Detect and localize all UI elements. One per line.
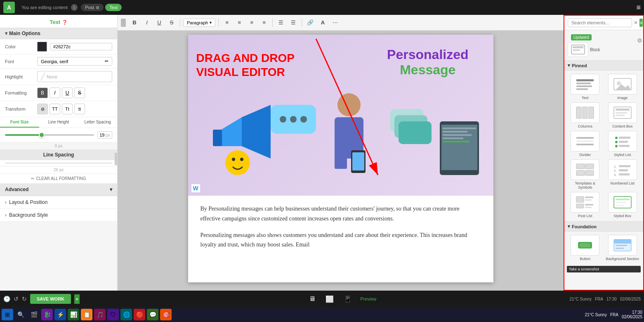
add-element-btn[interactable]: + <box>639 19 643 27</box>
settings-icon[interactable]: ⚙ <box>637 37 642 44</box>
font-field[interactable]: Georgia, serif ✏ <box>37 57 112 66</box>
element-image[interactable]: Image <box>605 74 640 100</box>
app-icon-8[interactable]: 🔴 <box>134 309 145 320</box>
panel-header: Text ❓ <box>0 15 117 28</box>
undo-icon[interactable]: ↺ <box>14 296 19 302</box>
task-view-btn[interactable]: 🎬 <box>28 309 40 320</box>
highlight-field[interactable]: ╱ None <box>37 71 112 82</box>
app-icon-7[interactable]: 🌐 <box>120 309 132 320</box>
align-right-btn[interactable]: ≡ <box>246 17 257 28</box>
postlist-element-icon <box>571 192 599 213</box>
toolbar-drag-handle[interactable] <box>121 19 126 27</box>
more-btn[interactable]: ⋯ <box>330 17 340 28</box>
app-icon-3[interactable]: 📊 <box>68 309 79 320</box>
app-icon-10[interactable]: 🎯 <box>160 309 172 320</box>
mobile-device-btn[interactable]: 📱 <box>342 294 354 305</box>
search-taskbar-btn[interactable]: 🔍 <box>15 309 26 320</box>
fontsize-slider-container: 19 px <box>0 128 117 142</box>
pinned-section-header[interactable]: ▾ Pinned <box>564 60 643 71</box>
main-content: Text ❓ ▾ Main Options Color #26272c Font… <box>0 15 644 291</box>
color-value[interactable]: #26272c <box>50 43 112 50</box>
divider-element-label: Divider <box>579 153 591 157</box>
element-numberedlist[interactable]: 1. 2. 3. Numbered List <box>605 159 640 189</box>
color-label: Color <box>5 44 34 49</box>
windows-start-btn[interactable]: ⊞ <box>2 309 13 320</box>
bottom-left: 🕐 ↺ ↻ SAVE WORK ▾ <box>0 294 118 304</box>
panel-help-icon[interactable]: ❓ <box>62 20 68 25</box>
italic-button[interactable]: I <box>50 88 60 98</box>
app-icon-5[interactable]: 🎵 <box>94 309 106 320</box>
menu-icon[interactable]: ≡ <box>636 3 641 12</box>
formatting-row: Formatting B I U S <box>0 85 117 101</box>
link-btn[interactable]: 🔗 <box>305 17 316 28</box>
foundation-section-header[interactable]: ▾ Foundation <box>564 221 643 232</box>
transform-lower-btn[interactable]: tt <box>74 104 85 114</box>
save-work-button[interactable]: SAVE WORK <box>30 294 71 304</box>
transform-upper-btn[interactable]: TT <box>50 104 60 114</box>
clear-formatting-btn[interactable]: ✂ CLEAR ALL FORMATTING <box>0 174 117 183</box>
app-icon-4[interactable]: 📋 <box>81 309 92 320</box>
paragraph-select[interactable]: Paragraph ▾ <box>183 19 215 27</box>
app-icon-1[interactable]: 🐉 <box>41 309 53 320</box>
layout-position-section[interactable]: › Layout & Position <box>0 196 117 209</box>
strike-button[interactable]: S <box>74 88 85 98</box>
preview-btn[interactable]: Preview <box>360 296 376 301</box>
list-ul-btn[interactable]: ☰ <box>276 17 286 28</box>
main-options-header[interactable]: ▾ Main Options <box>0 28 117 39</box>
element-contentbox[interactable]: Content Box <box>605 102 640 128</box>
element-postlist[interactable]: Post List <box>568 192 603 218</box>
fontsize-slider[interactable] <box>5 134 94 136</box>
app-icon-9[interactable]: 💬 <box>147 309 158 320</box>
element-columns[interactable]: Columns <box>568 102 603 128</box>
list-ol-btn[interactable]: ☰ <box>288 17 299 28</box>
tab-lineheight[interactable]: Line Height <box>39 117 78 128</box>
color-pick-btn[interactable]: A <box>317 17 328 28</box>
align-left-btn[interactable]: ≡ <box>222 17 232 28</box>
element-text[interactable]: Text <box>568 74 603 100</box>
element-styledlist[interactable]: Styled List <box>605 131 640 157</box>
taskbar-language: FRA <box>610 313 618 317</box>
align-center-btn[interactable]: ≡ <box>234 17 245 28</box>
bold-button[interactable]: B <box>37 88 48 98</box>
color-swatch[interactable] <box>37 42 47 52</box>
tab-letterspacing[interactable]: Letter Spacing <box>78 117 117 128</box>
redo-icon[interactable]: ↻ <box>22 296 27 302</box>
tab-fontsize[interactable]: Font Size <box>0 117 39 128</box>
element-button[interactable]: Button <box>568 235 603 261</box>
bold-toolbar-btn[interactable]: B <box>129 17 140 28</box>
breadcrumb-text[interactable]: Text <box>105 4 122 11</box>
tablet-device-btn[interactable]: ⬜ <box>324 294 335 305</box>
transform-title-btn[interactable]: Tt <box>62 104 73 114</box>
font-edit-icon[interactable]: ✏ <box>105 59 109 64</box>
panel-collapse-btn[interactable]: ‹ <box>115 153 118 165</box>
clock-icon[interactable]: 🕐 <box>3 296 10 302</box>
italic-toolbar-btn[interactable]: I <box>142 17 152 28</box>
block-item[interactable]: Block <box>564 40 643 60</box>
background-style-section[interactable]: › Background Style <box>0 209 117 222</box>
info-icon[interactable]: i <box>71 4 78 11</box>
svg-rect-3 <box>213 130 222 146</box>
element-styledbox[interactable]: Styled Box <box>605 192 640 218</box>
app-icon-6[interactable]: 🛡 <box>107 309 119 320</box>
desktop-device-btn[interactable]: 🖥 <box>307 294 317 304</box>
svg-rect-23 <box>443 141 469 142</box>
strike-toolbar-btn[interactable]: S <box>166 17 177 28</box>
underline-toolbar-btn[interactable]: U <box>154 17 165 28</box>
search-close-icon[interactable]: ✕ <box>634 20 638 26</box>
align-justify-btn[interactable]: ≡ <box>259 17 269 28</box>
transform-label: Transform <box>5 107 34 111</box>
underline-button[interactable]: U <box>62 88 73 98</box>
advanced-section[interactable]: Advanced ▾ <box>0 183 117 196</box>
transform-none-btn[interactable]: ⊘ <box>37 104 48 114</box>
taskbar-right: 21°C Sunny FRA 17:30 02/06/2025 <box>585 310 642 319</box>
page-text-content[interactable]: By Personalizing messages can help busin… <box>188 196 493 265</box>
save-dropdown-btn[interactable]: ▾ <box>74 294 80 304</box>
page-content[interactable]: DRAG AND DROP VISUAL EDITOR Personalized… <box>188 35 493 282</box>
element-bgsection[interactable]: Background Section <box>605 235 640 261</box>
element-templates[interactable]: Templates & Symbols <box>568 159 603 189</box>
right-panel: ✕ + Updated Block ▾ Pinned <box>564 15 644 291</box>
search-elements-input[interactable] <box>568 18 632 27</box>
app-icon-2[interactable]: ⚡ <box>54 309 66 320</box>
breadcrumb-post[interactable]: Post ⚙ <box>81 4 104 11</box>
element-divider[interactable]: Divider <box>568 131 603 157</box>
